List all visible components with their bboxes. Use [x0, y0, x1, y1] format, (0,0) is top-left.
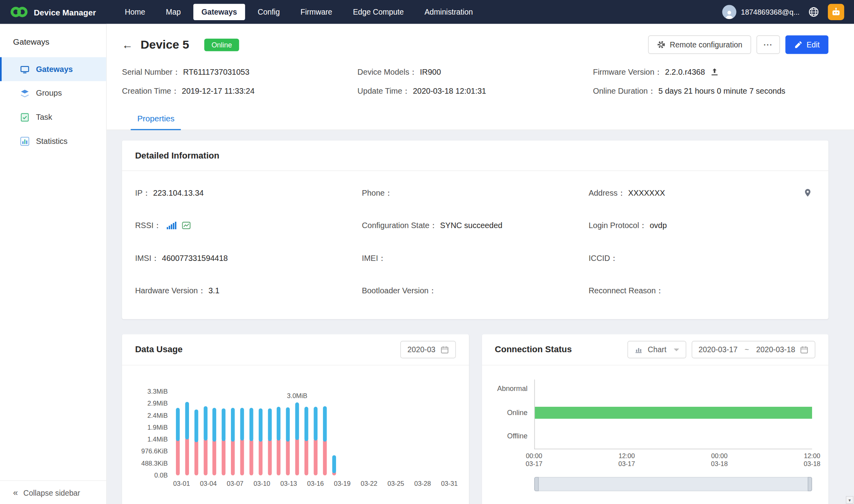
sidebar-item-statistics[interactable]: Statistics — [0, 129, 106, 153]
bootloader-version-field: Bootloader Version： — [362, 285, 589, 296]
usage-bar — [348, 391, 357, 475]
range-end: 2020-03-18 — [756, 345, 795, 354]
nav-item-administration[interactable]: Administration — [416, 4, 481, 20]
usage-bar — [311, 391, 320, 475]
usage-bar — [338, 391, 348, 475]
usage-bar — [238, 391, 247, 475]
top-navigation: Device Manager Home Map Gateways Config … — [0, 0, 854, 24]
tab-properties[interactable]: Properties — [131, 109, 181, 130]
field-value: 3.1 — [208, 287, 219, 295]
pencil-icon — [794, 41, 802, 49]
phone-field: Phone： — [362, 187, 589, 198]
card-title: Data Usage — [135, 345, 183, 355]
field-value: 2019-12-17 11:33:24 — [182, 87, 255, 95]
usage-bar — [219, 391, 228, 475]
more-actions-button[interactable]: ··· — [756, 36, 780, 54]
scrollbar-down-arrow[interactable]: ▼ — [846, 496, 853, 504]
collapse-sidebar-button[interactable]: « Collapse sidebar — [0, 480, 106, 504]
field-value: 2020-03-18 12:01:31 — [413, 87, 486, 95]
nav-item-map[interactable]: Map — [158, 4, 189, 20]
logo-icon — [10, 6, 28, 18]
nav-item-home[interactable]: Home — [117, 4, 153, 20]
card-title: Connection Status — [495, 345, 572, 355]
gear-icon — [657, 40, 665, 49]
brand: Device Manager — [10, 6, 96, 18]
field-label: Creation Time： — [122, 86, 179, 96]
task-checklist-icon — [20, 112, 29, 121]
usage-bar — [192, 391, 201, 475]
field-value: RT6111737031053 — [183, 68, 249, 76]
brush-handle-left[interactable] — [534, 477, 538, 491]
usage-bar — [247, 391, 256, 475]
usage-bar — [375, 391, 384, 475]
back-arrow-icon[interactable]: ← — [122, 39, 133, 50]
conn-plot — [534, 379, 812, 449]
nav-item-gateways[interactable]: Gateways — [193, 4, 245, 20]
date-range-picker[interactable]: 2020-03-17 ~ 2020-03-18 — [692, 341, 815, 358]
data-usage-card: Data Usage 2020-03 — [122, 334, 469, 504]
address-field: Address： XXXXXXX — [589, 187, 816, 198]
connection-status-card: Connection Status — [482, 334, 828, 504]
field-value: IR900 — [420, 68, 441, 76]
field-label: Login Protocol： — [589, 220, 647, 230]
field-value: 460077331594418 — [162, 254, 228, 262]
signal-strength-icon — [167, 222, 177, 229]
language-globe-icon[interactable] — [808, 7, 819, 18]
user-menu[interactable]: 1874869368@q... — [722, 5, 799, 19]
brush-handle-right[interactable] — [808, 477, 812, 491]
ip-field: IP： 223.104.13.34 — [135, 187, 362, 198]
assistant-bot-icon[interactable] — [828, 4, 844, 20]
nav-item-edge-compute[interactable]: Edge Compute — [345, 4, 412, 20]
field-label: RSSI： — [135, 220, 162, 230]
edit-label: Edit — [807, 40, 820, 49]
view-mode-select[interactable]: Chart — [627, 341, 686, 358]
field-value: ovdp — [650, 221, 667, 230]
usage-bar — [283, 391, 293, 475]
usage-bar — [421, 391, 430, 475]
avatar — [722, 5, 737, 19]
conn-y-labels: AbnormalOnlineOffline — [495, 379, 534, 449]
update-time-field: Update Time： 2020-03-18 12:01:31 — [357, 85, 593, 96]
field-value: 5 days 21 hours 0 minute 7 seconds — [658, 87, 785, 95]
field-label: Device Models： — [357, 67, 417, 77]
timeline-brush[interactable] — [534, 477, 812, 491]
rssi-history-chart-icon[interactable] — [182, 221, 191, 230]
brand-title: Device Manager — [34, 8, 96, 17]
usage-bar — [256, 391, 265, 475]
range-separator: ~ — [744, 345, 749, 354]
sidebar-item-task[interactable]: Task — [0, 105, 106, 129]
nav-item-firmware[interactable]: Firmware — [292, 4, 340, 20]
imei-field: IMEI： — [362, 253, 589, 264]
layers-icon — [20, 89, 29, 98]
usage-bar — [366, 391, 375, 475]
online-duration-field: Online Duration： 5 days 21 hours 0 minut… — [593, 85, 829, 96]
map-pin-icon[interactable] — [803, 189, 812, 197]
chart-type-icon — [635, 345, 643, 354]
device-header: ← Device 5 Online Remote configuration — [107, 24, 854, 130]
usage-bar — [449, 391, 458, 475]
page-body: Detailed Information IP： 223.104.13.34 P… — [107, 130, 854, 504]
edit-button[interactable]: Edit — [785, 36, 828, 54]
primary-nav: Home Map Gateways Config Firmware Edge C… — [117, 4, 722, 20]
nav-item-config[interactable]: Config — [249, 4, 288, 20]
usage-bar: 3.0MiB — [293, 391, 302, 475]
app-window: Device Manager Home Map Gateways Config … — [0, 0, 854, 504]
hardware-version-field: Hardware Version： 3.1 — [135, 285, 362, 296]
field-value: SYNC succeeded — [440, 221, 503, 230]
view-mode-value: Chart — [648, 345, 666, 354]
creation-time-field: Creation Time： 2019-12-17 11:33:24 — [122, 85, 358, 96]
upload-firmware-icon[interactable] — [710, 68, 719, 76]
sidebar-item-label: Task — [36, 113, 52, 121]
usage-bar — [265, 391, 274, 475]
field-label: IMSI： — [135, 253, 159, 263]
usage-bar — [320, 391, 329, 475]
month-picker[interactable]: 2020-03 — [401, 341, 456, 358]
chevron-down-icon — [673, 348, 679, 351]
usage-x-axis: 03-0103-0403-0703-1003-1303-1603-1903-22… — [173, 480, 458, 487]
sidebar-title: Gateways — [0, 24, 106, 57]
month-value: 2020-03 — [408, 345, 436, 354]
device-summary: Serial Number： RT6111737031053 Device Mo… — [122, 66, 829, 96]
remote-configuration-button[interactable]: Remote configuration — [648, 36, 751, 54]
sidebar-item-gateways[interactable]: Gateways — [0, 57, 106, 81]
sidebar-item-groups[interactable]: Groups — [0, 81, 106, 105]
